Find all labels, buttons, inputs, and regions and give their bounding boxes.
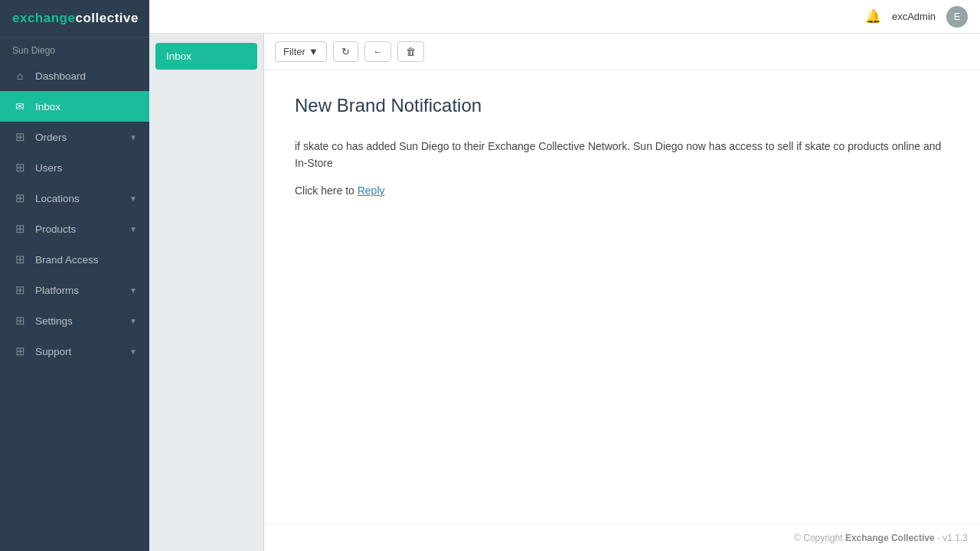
reply-link[interactable]: Reply (358, 184, 385, 197)
email-body-text: if skate co has added Sun Diego to their… (295, 138, 949, 172)
chevron-down-icon: ▼ (129, 317, 137, 325)
chevron-down-icon: ▼ (129, 225, 137, 233)
logo: exchangecollective (12, 11, 139, 25)
email-reply-line: Click here to Reply (295, 184, 949, 197)
brand-name: Exchange Collective (845, 533, 935, 543)
refresh-icon: ↻ (341, 46, 350, 57)
topbar: 🔔 excAdmin E (149, 0, 980, 34)
sidebar-item-label: Platforms (35, 285, 129, 296)
inbox-icon: ✉ (12, 99, 28, 114)
sidebar-item-orders[interactable]: Orders ▼ (0, 122, 149, 152)
email-toolbar: Filter ▼ ↻ ← 🗑 (264, 34, 980, 70)
org-label: Sun Diego (0, 37, 149, 60)
brand-access-icon (12, 252, 28, 267)
email-detail-pane: Filter ▼ ↻ ← 🗑 New Brand Notification if… (264, 34, 980, 551)
sidebar-item-products[interactable]: Products ▼ (0, 214, 149, 244)
filter-label: Filter (283, 46, 305, 57)
trash-icon: 🗑 (406, 46, 416, 57)
chevron-down-icon: ▼ (129, 286, 137, 295)
sidebar-item-label: Products (35, 223, 129, 235)
filter-button[interactable]: Filter ▼ (275, 41, 327, 62)
sidebar-item-locations[interactable]: Locations ▼ (0, 183, 149, 214)
sidebar-item-users[interactable]: Users (0, 152, 149, 183)
users-icon (12, 160, 28, 175)
copyright-text: © Copyright (794, 533, 845, 543)
username-label: excAdmin (892, 11, 936, 22)
chevron-down-icon: ▼ (129, 194, 137, 203)
content-area: Inbox Filter ▼ ↻ ← 🗑 (149, 34, 980, 551)
products-icon (12, 221, 28, 236)
sidebar-item-label: Locations (35, 193, 129, 204)
sidebar-item-platforms[interactable]: Platforms ▼ (0, 275, 149, 305)
sidebar-item-inbox[interactable]: ✉ Inbox (0, 91, 149, 122)
orders-icon (12, 129, 28, 145)
filter-chevron-icon: ▼ (309, 46, 318, 57)
refresh-button[interactable]: ↻ (333, 41, 358, 62)
avatar[interactable]: E (946, 6, 968, 28)
logo-area: exchangecollective (0, 0, 149, 37)
sidebar-item-label: Dashboard (35, 70, 137, 82)
sidebar-item-label: Inbox (35, 101, 137, 112)
sidebar-item-label: Orders (35, 132, 129, 143)
delete-button[interactable]: 🗑 (397, 41, 424, 62)
sidebar-item-settings[interactable]: Settings ▼ (0, 305, 149, 336)
chevron-down-icon: ▼ (129, 347, 137, 356)
chevron-down-icon: ▼ (129, 133, 137, 142)
inbox-pane: Inbox (149, 34, 264, 551)
email-footer: © Copyright Exchange Collective - v1.1.3 (264, 524, 980, 551)
sidebar-item-brand-access[interactable]: Brand Access (0, 244, 149, 275)
sidebar: exchangecollective Sun Diego ⌂ Dashboard… (0, 0, 149, 551)
email-title: New Brand Notification (295, 95, 949, 116)
back-arrow-icon: ← (373, 46, 383, 57)
bell-icon[interactable]: 🔔 (865, 8, 881, 24)
email-body: New Brand Notification if skate co has a… (264, 70, 980, 524)
inbox-folder-item[interactable]: Inbox (155, 43, 257, 70)
sidebar-item-label: Users (35, 162, 137, 174)
version-text: - v1.1.3 (935, 533, 968, 543)
settings-icon (12, 313, 28, 328)
platforms-icon (12, 282, 28, 298)
support-icon (12, 344, 28, 359)
reply-prefix-text: Click here to (295, 184, 358, 197)
sidebar-item-label: Brand Access (35, 254, 137, 266)
sidebar-item-dashboard[interactable]: ⌂ Dashboard (0, 60, 149, 91)
sidebar-item-support[interactable]: Support ▼ (0, 336, 149, 367)
locations-icon (12, 191, 28, 206)
dashboard-icon: ⌂ (12, 68, 28, 83)
back-button[interactable]: ← (364, 41, 391, 62)
sidebar-item-label: Support (35, 346, 129, 357)
sidebar-item-label: Settings (35, 315, 129, 327)
main-area: 🔔 excAdmin E Inbox Filter ▼ ↻ ← (149, 0, 980, 551)
